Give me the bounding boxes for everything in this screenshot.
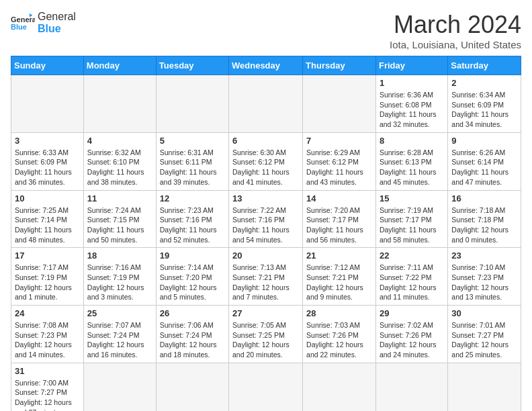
day-info: Sunrise: 7:22 AM Sunset: 7:16 PM Dayligh… xyxy=(232,205,299,245)
title-section: March 2024 Iota, Louisiana, United State… xyxy=(390,11,521,50)
calendar-cell: 27Sunrise: 7:05 AM Sunset: 7:25 PM Dayli… xyxy=(229,306,303,363)
day-info: Sunrise: 7:00 AM Sunset: 7:27 PM Dayligh… xyxy=(15,378,80,411)
calendar-week-4: 17Sunrise: 7:17 AM Sunset: 7:19 PM Dayli… xyxy=(11,248,521,306)
calendar-cell xyxy=(156,75,228,133)
day-info: Sunrise: 7:14 AM Sunset: 7:20 PM Dayligh… xyxy=(160,263,225,302)
day-number: 20 xyxy=(232,250,299,261)
day-info: Sunrise: 6:36 AM Sunset: 6:08 PM Dayligh… xyxy=(380,90,444,130)
weekday-header-wednesday: Wednesday xyxy=(229,56,303,75)
day-info: Sunrise: 7:20 AM Sunset: 7:17 PM Dayligh… xyxy=(306,205,372,245)
logo-icon: General Blue xyxy=(11,13,35,32)
weekday-header-row: SundayMondayTuesdayWednesdayThursdayFrid… xyxy=(11,56,521,75)
calendar-cell: 26Sunrise: 7:06 AM Sunset: 7:24 PM Dayli… xyxy=(156,306,228,363)
day-info: Sunrise: 7:06 AM Sunset: 7:24 PM Dayligh… xyxy=(160,320,225,360)
calendar-cell: 28Sunrise: 7:03 AM Sunset: 7:26 PM Dayli… xyxy=(303,306,376,363)
logo-blue-text: Blue xyxy=(38,23,76,35)
day-info: Sunrise: 7:11 AM Sunset: 7:22 PM Dayligh… xyxy=(380,263,444,302)
calendar-cell xyxy=(375,363,447,411)
calendar-cell: 31Sunrise: 7:00 AM Sunset: 7:27 PM Dayli… xyxy=(11,363,84,411)
day-info: Sunrise: 6:34 AM Sunset: 6:09 PM Dayligh… xyxy=(451,90,517,130)
day-number: 2 xyxy=(451,78,517,88)
location-text: Iota, Louisiana, United States xyxy=(390,39,521,50)
day-number: 26 xyxy=(160,308,225,318)
weekday-header-saturday: Saturday xyxy=(448,56,521,75)
calendar-week-5: 24Sunrise: 7:08 AM Sunset: 7:23 PM Dayli… xyxy=(11,306,521,363)
calendar-cell: 9Sunrise: 6:26 AM Sunset: 6:14 PM Daylig… xyxy=(448,132,521,190)
calendar-cell: 19Sunrise: 7:14 AM Sunset: 7:20 PM Dayli… xyxy=(156,248,228,306)
day-info: Sunrise: 6:30 AM Sunset: 6:12 PM Dayligh… xyxy=(232,148,299,187)
calendar-cell: 12Sunrise: 7:23 AM Sunset: 7:16 PM Dayli… xyxy=(156,190,228,248)
calendar-week-6: 31Sunrise: 7:00 AM Sunset: 7:27 PM Dayli… xyxy=(11,363,521,411)
calendar-cell: 1Sunrise: 6:36 AM Sunset: 6:08 PM Daylig… xyxy=(375,75,447,133)
day-number: 16 xyxy=(451,193,517,203)
calendar-cell: 23Sunrise: 7:10 AM Sunset: 7:23 PM Dayli… xyxy=(448,248,521,306)
logo: General Blue General Blue xyxy=(11,11,76,34)
calendar-week-2: 3Sunrise: 6:33 AM Sunset: 6:09 PM Daylig… xyxy=(11,132,521,190)
calendar-cell: 4Sunrise: 6:32 AM Sunset: 6:10 PM Daylig… xyxy=(83,132,156,190)
calendar-cell: 2Sunrise: 6:34 AM Sunset: 6:09 PM Daylig… xyxy=(448,75,521,133)
day-number: 14 xyxy=(306,193,372,203)
calendar-cell: 22Sunrise: 7:11 AM Sunset: 7:22 PM Dayli… xyxy=(375,248,447,306)
day-info: Sunrise: 7:10 AM Sunset: 7:23 PM Dayligh… xyxy=(451,263,517,302)
day-number: 19 xyxy=(160,250,225,261)
calendar-cell: 24Sunrise: 7:08 AM Sunset: 7:23 PM Dayli… xyxy=(11,306,84,363)
calendar-cell: 5Sunrise: 6:31 AM Sunset: 6:11 PM Daylig… xyxy=(156,132,228,190)
calendar-cell: 17Sunrise: 7:17 AM Sunset: 7:19 PM Dayli… xyxy=(11,248,84,306)
calendar-cell xyxy=(229,75,303,133)
day-number: 17 xyxy=(15,250,80,261)
logo-general-text: General xyxy=(38,11,76,23)
calendar-cell: 10Sunrise: 7:25 AM Sunset: 7:14 PM Dayli… xyxy=(11,190,84,248)
calendar-cell: 21Sunrise: 7:12 AM Sunset: 7:21 PM Dayli… xyxy=(303,248,376,306)
day-info: Sunrise: 7:25 AM Sunset: 7:14 PM Dayligh… xyxy=(15,205,80,245)
calendar-cell: 30Sunrise: 7:01 AM Sunset: 7:27 PM Dayli… xyxy=(448,306,521,363)
weekday-header-monday: Monday xyxy=(83,56,156,75)
calendar-cell xyxy=(156,363,228,411)
day-number: 6 xyxy=(232,136,299,146)
calendar-cell xyxy=(303,363,376,411)
day-number: 10 xyxy=(15,193,80,203)
day-info: Sunrise: 7:05 AM Sunset: 7:25 PM Dayligh… xyxy=(232,320,299,360)
day-number: 3 xyxy=(15,136,80,146)
day-number: 30 xyxy=(451,308,517,318)
day-number: 27 xyxy=(232,308,299,318)
day-info: Sunrise: 6:29 AM Sunset: 6:12 PM Dayligh… xyxy=(306,148,372,187)
day-info: Sunrise: 7:07 AM Sunset: 7:24 PM Dayligh… xyxy=(87,320,152,360)
calendar-cell: 13Sunrise: 7:22 AM Sunset: 7:16 PM Dayli… xyxy=(229,190,303,248)
calendar-cell: 29Sunrise: 7:02 AM Sunset: 7:26 PM Dayli… xyxy=(375,306,447,363)
calendar-cell xyxy=(229,363,303,411)
weekday-header-friday: Friday xyxy=(375,56,447,75)
day-number: 29 xyxy=(380,308,444,318)
calendar-cell: 7Sunrise: 6:29 AM Sunset: 6:12 PM Daylig… xyxy=(303,132,376,190)
day-info: Sunrise: 7:23 AM Sunset: 7:16 PM Dayligh… xyxy=(160,205,225,245)
calendar-cell xyxy=(83,75,156,133)
weekday-header-thursday: Thursday xyxy=(303,56,376,75)
day-info: Sunrise: 7:08 AM Sunset: 7:23 PM Dayligh… xyxy=(15,320,80,360)
calendar-cell: 25Sunrise: 7:07 AM Sunset: 7:24 PM Dayli… xyxy=(83,306,156,363)
day-info: Sunrise: 7:19 AM Sunset: 7:17 PM Dayligh… xyxy=(380,205,444,245)
day-number: 21 xyxy=(306,250,372,261)
month-title: March 2024 xyxy=(390,11,521,39)
calendar-cell xyxy=(448,363,521,411)
day-info: Sunrise: 6:31 AM Sunset: 6:11 PM Dayligh… xyxy=(160,148,225,187)
day-number: 18 xyxy=(87,250,152,261)
page-header: General Blue General Blue March 2024 Iot… xyxy=(11,11,521,50)
day-info: Sunrise: 6:26 AM Sunset: 6:14 PM Dayligh… xyxy=(451,148,517,187)
day-number: 8 xyxy=(380,136,444,146)
day-info: Sunrise: 7:24 AM Sunset: 7:15 PM Dayligh… xyxy=(87,205,152,245)
day-info: Sunrise: 7:16 AM Sunset: 7:19 PM Dayligh… xyxy=(87,263,152,302)
day-info: Sunrise: 7:17 AM Sunset: 7:19 PM Dayligh… xyxy=(15,263,80,302)
calendar-cell xyxy=(303,75,376,133)
day-info: Sunrise: 7:13 AM Sunset: 7:21 PM Dayligh… xyxy=(232,263,299,302)
calendar-cell xyxy=(11,75,84,133)
day-number: 13 xyxy=(232,193,299,203)
calendar-week-1: 1Sunrise: 6:36 AM Sunset: 6:08 PM Daylig… xyxy=(11,75,521,133)
day-number: 22 xyxy=(380,250,444,261)
day-info: Sunrise: 7:01 AM Sunset: 7:27 PM Dayligh… xyxy=(451,320,517,360)
calendar-cell: 3Sunrise: 6:33 AM Sunset: 6:09 PM Daylig… xyxy=(11,132,84,190)
day-number: 15 xyxy=(380,193,444,203)
day-number: 11 xyxy=(87,193,152,203)
calendar-cell xyxy=(83,363,156,411)
day-info: Sunrise: 7:12 AM Sunset: 7:21 PM Dayligh… xyxy=(306,263,372,302)
calendar-cell: 16Sunrise: 7:18 AM Sunset: 7:18 PM Dayli… xyxy=(448,190,521,248)
day-info: Sunrise: 6:28 AM Sunset: 6:13 PM Dayligh… xyxy=(380,148,444,187)
